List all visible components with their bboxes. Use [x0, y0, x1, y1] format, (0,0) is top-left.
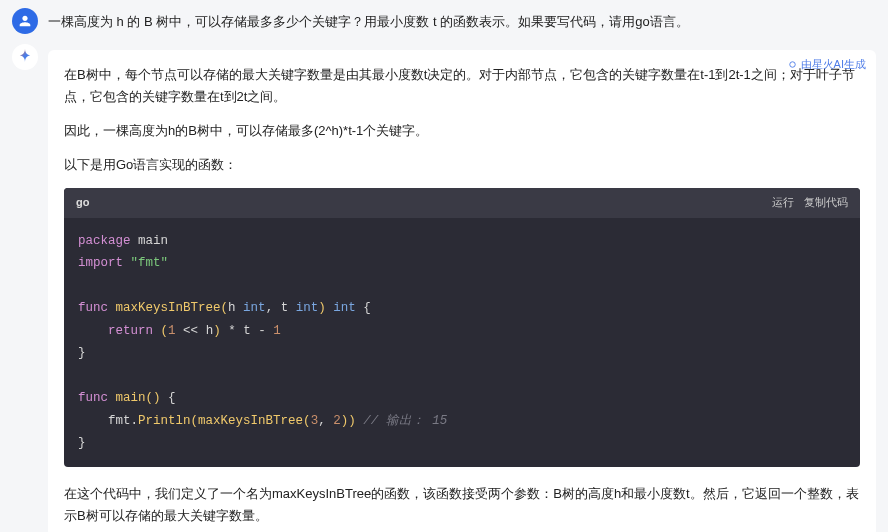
- user-icon: [17, 13, 33, 29]
- ai-badge-label: 由星火AI生成: [801, 56, 866, 74]
- chat-container: 一棵高度为 h 的 B 树中，可以存储最多多少个关键字？用最小度数 t 的函数表…: [0, 0, 888, 532]
- svg-point-0: [789, 62, 795, 68]
- spark-icon: [15, 47, 35, 67]
- answer-paragraph-4: 在这个代码中，我们定义了一个名为maxKeysInBTree的函数，该函数接受两…: [64, 483, 860, 527]
- answer-paragraph-1: 在B树中，每个节点可以存储的最大关键字数量是由其最小度数t决定的。对于内部节点，…: [64, 64, 860, 108]
- copy-code-button[interactable]: 复制代码: [804, 194, 848, 212]
- ai-generated-badge: 由星火AI生成: [787, 56, 866, 74]
- question-text: 一棵高度为 h 的 B 树中，可以存储最多多少个关键字？用最小度数 t 的函数表…: [48, 8, 689, 33]
- sparkle-icon: [787, 59, 798, 70]
- code-header: go 运行 复制代码: [64, 188, 860, 218]
- run-button[interactable]: 运行: [772, 194, 794, 212]
- code-actions: 运行 复制代码: [772, 194, 848, 212]
- answer-paragraph-3: 以下是用Go语言实现的函数：: [64, 154, 860, 176]
- user-avatar: [12, 8, 38, 34]
- code-block: go 运行 复制代码 package main import "fmt" fun…: [64, 188, 860, 467]
- ai-avatar: [12, 44, 38, 70]
- answer-box: 由星火AI生成 在B树中，每个节点可以存储的最大关键字数量是由其最小度数t决定的…: [48, 50, 876, 532]
- code-language-label: go: [76, 194, 89, 212]
- user-message-row: 一棵高度为 h 的 B 树中，可以存储最多多少个关键字？用最小度数 t 的函数表…: [12, 8, 876, 34]
- ai-message-row: 由星火AI生成 在B树中，每个节点可以存储的最大关键字数量是由其最小度数t决定的…: [12, 40, 876, 532]
- answer-paragraph-2: 因此，一棵高度为h的B树中，可以存储最多(2^h)*t-1个关键字。: [64, 120, 860, 142]
- code-body[interactable]: package main import "fmt" func maxKeysIn…: [64, 218, 860, 467]
